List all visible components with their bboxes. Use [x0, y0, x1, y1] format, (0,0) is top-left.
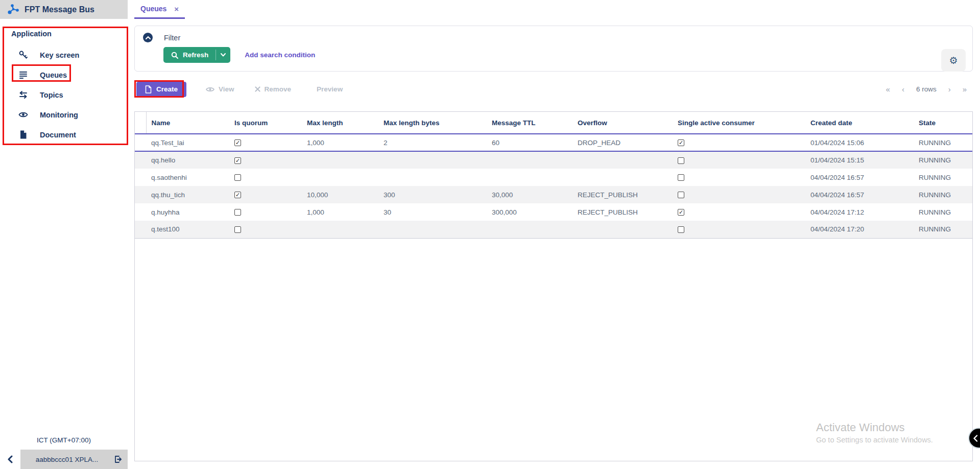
collapse-panel-button[interactable] — [143, 33, 153, 42]
cell-name: q.saothenhi — [146, 169, 229, 186]
sidebar-footer: ICT (GMT+07:00) aabbbccc01 XPLA... — [0, 436, 128, 469]
next-page-button[interactable]: › — [948, 85, 951, 93]
remove-button[interactable]: Remove — [255, 85, 292, 93]
column-header-max-length-bytes[interactable]: Max length bytes — [378, 112, 487, 134]
filter-header: Filter — [143, 33, 964, 42]
cell-overflow — [572, 221, 673, 238]
grid-settings-button[interactable]: ⚙ — [941, 49, 966, 72]
cell-is-quorum: ✓ — [229, 186, 302, 203]
row-selector-cell — [135, 169, 146, 186]
column-header-is-quorum[interactable]: Is quorum — [229, 112, 302, 134]
checkbox-unchecked-icon[interactable] — [234, 226, 241, 233]
column-header-state[interactable]: State — [914, 112, 972, 134]
add-search-condition-link[interactable]: Add search condition — [245, 51, 315, 59]
main-area: Queues × Filter — [128, 0, 980, 469]
refresh-dropdown-button[interactable] — [216, 47, 230, 63]
last-page-button[interactable]: » — [963, 85, 967, 93]
create-button[interactable]: Create — [136, 82, 186, 97]
app-header: FPT Message Bus — [0, 0, 128, 19]
cell-overflow: DROP_HEAD — [572, 134, 673, 151]
content-area: Filter Refresh — [128, 19, 980, 469]
view-label: View — [219, 85, 234, 93]
table-row[interactable]: q.test10004/04/2024 17:20RUNNING — [135, 221, 972, 238]
cell-is-quorum: ✓ — [229, 151, 302, 169]
key-icon — [18, 50, 28, 60]
eye-icon — [18, 110, 28, 120]
sidebar-item-label: Monitoring — [40, 111, 78, 119]
checkbox-unchecked-icon[interactable] — [234, 209, 241, 216]
eye-icon — [206, 86, 214, 92]
cell-max-length-bytes — [378, 221, 487, 238]
timezone-label: ICT (GMT+07:00) — [0, 436, 128, 444]
column-header-message-ttl[interactable]: Message TTL — [487, 112, 572, 134]
column-header-created-date[interactable]: Created date — [805, 112, 914, 134]
sidebar-collapse-button[interactable] — [0, 450, 20, 469]
sidebar-item-monitoring[interactable]: Monitoring — [0, 105, 128, 125]
row-selector-cell — [135, 186, 146, 203]
checkbox-checked-icon[interactable]: ✓ — [234, 139, 241, 146]
sidebar-item-topics[interactable]: Topics — [0, 85, 128, 105]
cell-message-ttl — [487, 151, 572, 169]
checkbox-checked-icon[interactable]: ✓ — [678, 209, 684, 216]
previous-page-button[interactable]: ‹ — [902, 85, 904, 93]
column-header-single-active-consumer[interactable]: Single active consumer — [673, 112, 805, 134]
cell-max-length-bytes: 300 — [378, 186, 487, 203]
tab-queues[interactable]: Queues × — [134, 0, 185, 19]
column-header-max-length[interactable]: Max length — [302, 112, 378, 134]
sidebar-item-queues[interactable]: Queues — [0, 65, 128, 85]
chevron-left-icon — [7, 455, 14, 463]
cell-overflow — [572, 169, 673, 186]
refresh-label: Refresh — [183, 51, 208, 59]
account-name: aabbbccc01 XPLA... — [36, 456, 98, 463]
queues-table-container: NameIs quorumMax lengthMax length bytesM… — [134, 111, 973, 461]
checkbox-unchecked-icon[interactable] — [678, 174, 684, 181]
document-icon — [18, 130, 28, 139]
logout-icon[interactable] — [114, 455, 122, 463]
checkbox-checked-icon[interactable]: ✓ — [678, 139, 684, 146]
table-row[interactable]: qq.Test_lai✓1,000260DROP_HEAD✓01/04/2024… — [135, 134, 972, 151]
checkbox-checked-icon[interactable]: ✓ — [234, 157, 241, 164]
first-page-button[interactable]: « — [886, 85, 890, 93]
chevron-left-icon — [973, 435, 978, 442]
search-icon — [171, 52, 178, 59]
table-row[interactable]: q.huyhha1,00030300,000REJECT_PUBLISH✓04/… — [135, 203, 972, 221]
checkbox-unchecked-icon[interactable] — [678, 157, 684, 164]
close-x-icon — [255, 86, 260, 92]
row-count-label: 6 rows — [916, 85, 937, 93]
cell-state: RUNNING — [914, 134, 972, 151]
checkbox-unchecked-icon[interactable] — [678, 192, 684, 198]
column-header-overflow[interactable]: Overflow — [572, 112, 673, 134]
filter-title: Filter — [164, 34, 180, 42]
table-row[interactable]: qq.thu_tich✓10,00030030,000REJECT_PUBLIS… — [135, 186, 972, 203]
file-icon — [145, 85, 152, 93]
cell-created-date: 01/04/2024 15:15 — [805, 151, 914, 169]
sidebar-item-document[interactable]: Document — [0, 125, 128, 145]
cell-is-quorum: ✓ — [229, 134, 302, 151]
checkbox-unchecked-icon[interactable] — [678, 226, 684, 233]
checkbox-checked-icon[interactable]: ✓ — [234, 192, 241, 198]
queue-list-icon — [18, 70, 28, 80]
table-row[interactable]: qq.hello✓01/04/2024 15:15RUNNING — [135, 151, 972, 169]
sidebar-item-label: Document — [40, 131, 76, 139]
app-window: FPT Message Bus Application Key screenQu… — [0, 0, 980, 469]
cell-max-length: 1,000 — [302, 203, 378, 221]
cell-name: qq.thu_tich — [146, 186, 229, 203]
view-button[interactable]: View — [206, 85, 234, 93]
cell-max-length-bytes: 2 — [378, 134, 487, 151]
tab-close-icon[interactable]: × — [174, 5, 179, 13]
queues-table: NameIs quorumMax lengthMax length bytesM… — [135, 112, 972, 239]
cell-state: RUNNING — [914, 169, 972, 186]
cell-created-date: 04/04/2024 16:57 — [805, 169, 914, 186]
account-button[interactable]: aabbbccc01 XPLA... — [20, 450, 128, 469]
gear-icon: ⚙ — [949, 56, 958, 65]
checkbox-unchecked-icon[interactable] — [234, 174, 241, 181]
column-header-name[interactable]: Name — [146, 112, 229, 134]
preview-button[interactable]: Preview — [317, 85, 343, 93]
cell-max-length: 10,000 — [302, 186, 378, 203]
sidebar-item-key-screen[interactable]: Key screen — [0, 45, 128, 65]
cell-message-ttl — [487, 169, 572, 186]
cell-single-active-consumer: ✓ — [673, 203, 805, 221]
refresh-button[interactable]: Refresh — [163, 47, 230, 63]
sidebar-item-label: Queues — [40, 71, 67, 79]
table-row[interactable]: q.saothenhi04/04/2024 16:57RUNNING — [135, 169, 972, 186]
